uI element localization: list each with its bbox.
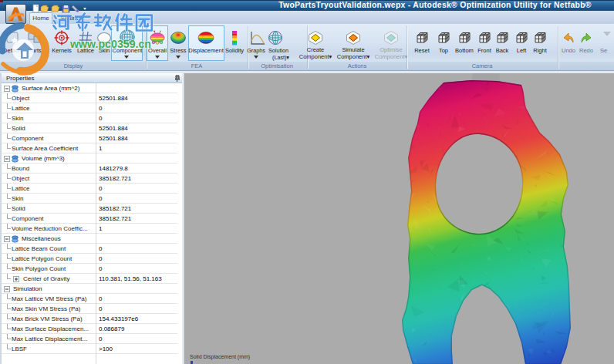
svg-text:www.pc0359.cn: www.pc0359.cn	[69, 37, 151, 50]
